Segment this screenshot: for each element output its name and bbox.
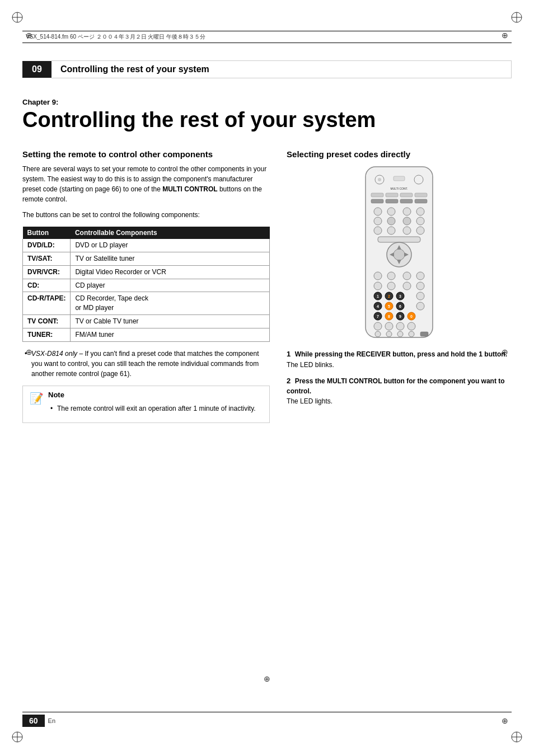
page-number: 60 (22, 715, 45, 727)
reg-mark-tr (510, 11, 523, 25)
table-cell-desc: CD Recorder, Tape deckor MD player (71, 292, 270, 315)
left-section-heading: Setting the remote to control other comp… (22, 149, 270, 160)
table-row: TV/SAT: TV or Satellite tuner (23, 252, 270, 266)
svg-point-79 (375, 331, 381, 337)
left-column: Setting the remote to control other comp… (22, 149, 270, 430)
step-2-num: 2 (287, 377, 291, 385)
note-bullet: The remote control will exit an operatio… (48, 403, 256, 414)
svg-point-46 (387, 272, 395, 280)
table-cell-desc: FM/AM tuner (71, 328, 270, 341)
svg-point-35 (387, 227, 395, 234)
step-1: 1 While pressing the RECEIVER button, pr… (287, 349, 512, 370)
table-cell-btn: CD: (23, 279, 71, 292)
svg-text:2: 2 (388, 294, 390, 298)
reg-mark-br (510, 731, 523, 745)
table-cell-btn: TUNER: (23, 328, 71, 341)
table-header-components: Controllable Components (71, 227, 270, 239)
intro-text: There are several ways to set your remot… (22, 164, 270, 204)
svg-rect-23 (386, 199, 398, 203)
svg-point-52 (416, 282, 424, 290)
svg-rect-15 (394, 176, 405, 181)
svg-point-66 (416, 302, 424, 310)
bottom-bar: 60 En (22, 712, 512, 727)
svg-text:0: 0 (410, 314, 413, 318)
svg-point-47 (403, 272, 411, 280)
svg-point-49 (374, 282, 382, 290)
svg-text:6: 6 (399, 304, 401, 308)
svg-point-27 (387, 208, 395, 215)
chapter-pre-title: Chapter 9: (22, 98, 512, 106)
chapter-header: 09 Controlling the rest of your system (22, 60, 512, 78)
svg-text:MULTI CONT.: MULTI CONT. (391, 187, 408, 190)
table-row: CD: CD player (23, 279, 270, 292)
table-cell-desc: Digital Video Recorder or VCR (71, 265, 270, 279)
chapter-number: 09 (22, 61, 51, 78)
svg-point-81 (397, 331, 403, 337)
svg-text:9: 9 (399, 314, 401, 318)
right-column: Selecting preset codes directly MULTI CO (287, 149, 512, 412)
svg-text:7: 7 (377, 314, 379, 318)
vsx-bullet-text: VSX-D814 only – If you can't find a pres… (31, 350, 259, 378)
svg-point-51 (403, 282, 411, 290)
svg-rect-19 (386, 193, 398, 197)
reg-mark-bl (11, 731, 24, 745)
step-1-detail: The LED blinks. (287, 361, 334, 369)
svg-point-33 (416, 217, 424, 225)
svg-point-40 (394, 249, 405, 260)
chapter-title-text: Controlling the rest of your system (60, 64, 209, 74)
table-row: CD-R/TAPE: CD Recorder, Tape deckor MD p… (23, 292, 270, 315)
step-2: 2 Press the MULTI CONTROL button for the… (287, 375, 512, 407)
svg-point-30 (374, 217, 382, 225)
table-cell-desc: CD player (71, 279, 270, 292)
svg-rect-21 (415, 193, 427, 197)
step-1-title: While pressing the RECEIVER button, pres… (295, 350, 507, 358)
svg-point-50 (387, 282, 395, 290)
svg-point-14 (378, 178, 381, 181)
right-section-heading: Selecting preset codes directly (287, 149, 512, 160)
chapter-main-title: Controlling the rest of your system (22, 109, 512, 132)
svg-text:5: 5 (388, 304, 390, 308)
svg-point-77 (396, 322, 404, 330)
svg-rect-38 (378, 237, 420, 242)
svg-text:3: 3 (399, 294, 401, 298)
svg-rect-22 (371, 199, 383, 203)
main-content: Chapter 9: Controlling the rest of your … (22, 98, 512, 700)
table-cell-desc: DVD or LD player (71, 239, 270, 252)
two-column-layout: Setting the remote to control other comp… (22, 149, 512, 430)
svg-point-82 (409, 331, 414, 337)
table-row: DVD/LD: DVD or LD player (23, 239, 270, 252)
table-cell-btn: DVR/VCR: (23, 265, 71, 279)
table-cell-btn: CD-R/TAPE: (23, 292, 71, 315)
chapter-title-bar: Controlling the rest of your system (51, 60, 512, 78)
note-icon: 📝 (30, 392, 44, 405)
page-container: ⊕ ⊕ ⊕ ⊕ ⊕ ⊕ VSX_514-814.fm 60 ページ ２００４年３… (0, 0, 534, 756)
svg-point-34 (374, 227, 382, 234)
remote-image: MULTI CONT. (287, 164, 512, 343)
svg-point-31 (387, 217, 395, 225)
svg-point-45 (374, 272, 382, 280)
svg-point-78 (407, 322, 415, 330)
table-row: TV CONT: TV or Cable TV tuner (23, 315, 270, 328)
control-table: Button Controllable Components DVD/LD: D… (22, 227, 270, 341)
buttons-text: The buttons can be set to control the fo… (22, 210, 270, 220)
table-cell-btn: TV/SAT: (23, 252, 71, 266)
step-1-num: 1 (287, 350, 291, 358)
svg-point-26 (374, 208, 382, 215)
svg-text:1: 1 (377, 294, 379, 298)
svg-point-29 (416, 208, 424, 215)
table-cell-desc: TV or Satellite tuner (71, 252, 270, 266)
file-info: VSX_514-814.fm 60 ページ ２００４年３月２日 火曜日 午後８時… (26, 34, 205, 40)
note-content: Note The remote control will exit an ope… (48, 391, 256, 418)
note-box: 📝 Note The remote control will exit an o… (22, 386, 270, 423)
crosshair-bottom-center: ⊕ (264, 674, 270, 683)
svg-point-76 (385, 322, 393, 330)
note-text: The remote control will exit an operatio… (48, 403, 256, 414)
top-strip: VSX_514-814.fm 60 ページ ２００４年３月２日 火曜日 午後８時… (22, 31, 512, 43)
svg-point-48 (416, 272, 424, 280)
table-header-button: Button (23, 227, 71, 239)
svg-rect-24 (400, 199, 413, 203)
table-row: TUNER: FM/AM tuner (23, 328, 270, 341)
svg-point-59 (416, 292, 424, 300)
svg-point-80 (386, 331, 392, 337)
table-cell-btn: DVD/LD: (23, 239, 71, 252)
